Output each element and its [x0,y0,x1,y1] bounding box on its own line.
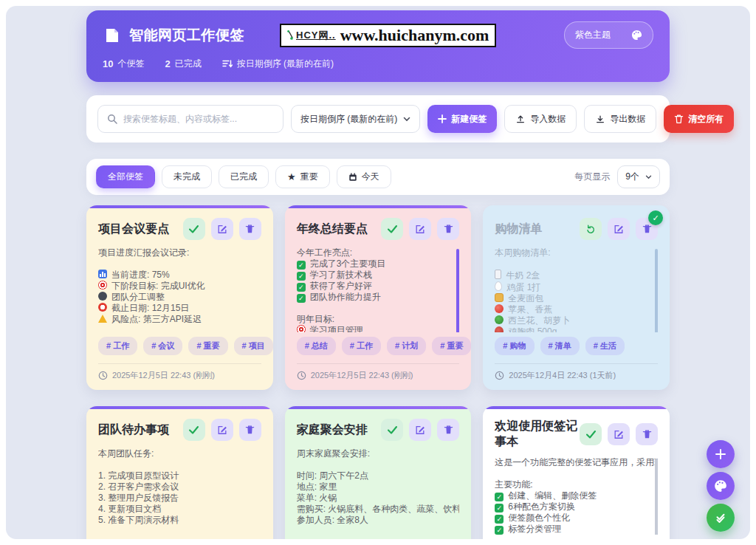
edit-note-button[interactable] [211,218,233,240]
egg-emoji-icon [495,281,502,291]
note-accent-strip [86,205,273,208]
delete-note-button[interactable] [636,423,658,445]
delete-note-button[interactable] [437,218,459,240]
edit-note-button[interactable] [409,419,431,441]
note-content-line [495,258,658,270]
notes-grid: 项目会议要点 项目进度汇报会议记录: 当前进度: 75%下阶段目标: 完成UI优… [86,205,670,539]
chicken-emoji-icon [495,326,504,332]
check-icon [188,224,199,234]
note-content-line: 今年工作亮点: [297,247,460,258]
delete-note-button[interactable] [239,218,261,240]
search-box[interactable] [97,105,284,133]
note-tag[interactable]: # 项目 [234,337,273,355]
trash-icon [642,224,652,234]
check-emoji-icon: ✓ [495,515,504,524]
complete-note-button[interactable] [580,218,602,240]
trash-icon [245,224,255,234]
watermark-logo: HCY网.. [285,29,336,42]
filter-tab-important[interactable]: ★ 重要 [275,165,330,188]
theme-button-label: 紫色主题 [575,29,611,41]
note-content-line: 全麦面包 [495,293,658,304]
fab-new-note-button[interactable] [707,440,735,468]
per-page-select[interactable]: 9个 [617,165,660,188]
trash-icon [642,429,652,439]
check-icon [387,425,398,435]
fab-complete-all-button[interactable] [707,504,735,532]
note-tag[interactable]: # 重要 [188,337,227,355]
note-content-line [495,468,658,479]
watermark-banner[interactable]: HCY网.. www.huichanym.com [280,24,496,47]
filter-tab-all[interactable]: 全部便签 [96,165,155,188]
note-tag[interactable]: # 清单 [540,337,580,355]
note-logo-icon [103,26,122,45]
edit-note-button[interactable] [608,218,630,240]
note-content-line: ✓创建、编辑、删除便签 [495,490,658,501]
check-emoji-icon: ✓ [495,493,504,501]
complete-note-button[interactable] [183,419,205,441]
edit-note-button[interactable] [409,218,431,240]
filter-bar: 全部便签 未完成 已完成 ★ 重要 今天 每页显示 9个 [86,159,670,195]
note-scrollbar[interactable] [655,459,658,535]
note-content-line: 地点: 家里 [297,481,460,493]
theme-button[interactable]: 紫色主题 [564,21,653,49]
check-icon [188,425,199,435]
broccoli-emoji-icon [495,315,504,324]
note-content-line: 学习项目管理 [297,325,460,332]
fab-theme-button[interactable] [707,472,735,500]
complete-note-button[interactable] [580,423,602,445]
edit-icon [614,224,624,234]
note-scrollbar[interactable] [456,249,459,332]
note-content-line: 这是一个功能完整的便签记事应用，采用现代化设计。 [495,457,658,468]
note-card: 购物清单 本周购物清单: 牛奶 2盒鸡蛋 1打全麦面包苹果、香蕉西兰花、胡萝卜鸡… [483,205,670,390]
note-content: 本周团队任务: 1. 完成项目原型设计2. 召开客户需求会议3. 整理用户反馈报… [98,448,261,535]
note-scrollbar[interactable] [655,249,658,332]
new-note-button[interactable]: 新建便签 [427,105,497,133]
check-icon [585,430,597,439]
note-tag[interactable]: # 生活 [585,337,625,355]
note-content: 本周购物清单: 牛奶 2盒鸡蛋 1打全麦面包苹果、香蕉西兰花、胡萝卜鸡胸肉 50… [495,247,658,332]
complete-note-button[interactable] [183,218,205,240]
edit-note-button[interactable] [211,419,233,441]
note-accent-strip [86,406,273,409]
note-content-line: 项目进度汇报会议记录: [98,247,261,258]
note-tag[interactable]: # 会议 [143,337,182,355]
edit-note-button[interactable] [608,423,630,445]
divider [98,363,261,364]
note-tag[interactable]: # 计划 [387,337,426,355]
note-tag[interactable]: # 工作 [342,337,381,355]
note-content: 这是一个功能完整的便签记事应用，采用现代化设计。 主要功能:✓创建、编辑、删除便… [495,457,658,535]
filter-tab-today[interactable]: 今天 [337,165,391,188]
note-tags: # 总结# 工作# 计划# 重要 [297,337,460,355]
export-data-button[interactable]: 导出数据 [584,105,656,133]
filter-tab-completed[interactable]: 已完成 [219,165,269,188]
search-input[interactable] [123,114,274,124]
filter-tab-incomplete[interactable]: 未完成 [162,165,212,188]
note-tag[interactable]: # 购物 [495,337,534,355]
undo-icon [585,224,596,234]
note-tag[interactable]: # 工作 [98,337,137,355]
import-data-button[interactable]: 导入数据 [504,105,577,133]
note-card: 项目会议要点 项目进度汇报会议记录: 当前进度: 75%下阶段目标: 完成UI优… [86,205,273,390]
shovel-icon [285,30,294,41]
check-icon [387,224,398,234]
note-content-line: 本周团队任务: [98,448,261,459]
note-card: 家庭聚会安排 周末家庭聚会安排: 时间: 周六下午2点地点: 家里菜单: 火锅需… [285,406,472,539]
note-content-line: 牛奶 2盒 [495,270,658,281]
import-data-label: 导入数据 [530,113,566,126]
complete-note-button[interactable] [381,218,403,240]
note-tag[interactable]: # 重要 [432,337,471,355]
clock-icon [98,371,108,380]
delete-note-button[interactable] [239,419,261,441]
sort-select[interactable]: 按日期倒序 (最新的在前) [291,105,420,133]
chevron-down-icon [645,175,652,179]
clear-all-label: 清空所有 [688,113,724,126]
complete-note-button[interactable] [381,419,403,441]
bread-emoji-icon [495,293,504,302]
delete-note-button[interactable] [437,419,459,441]
note-content-line: 鸡胸肉 500g [495,326,658,332]
star-icon: ★ [287,171,296,182]
note-tag[interactable]: # 总结 [297,337,336,355]
watermark-url: www.huichanym.com [340,26,489,45]
clear-all-button[interactable]: 清空所有 [664,105,734,133]
chart-emoji-icon [98,270,107,278]
